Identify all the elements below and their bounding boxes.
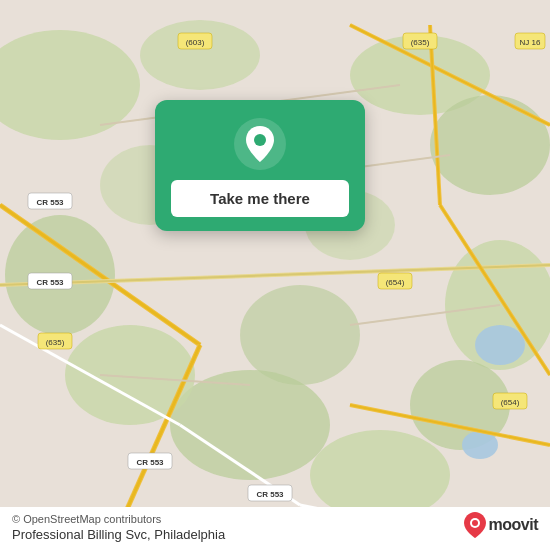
svg-text:CR 553: CR 553 [256,490,284,499]
svg-text:(654): (654) [501,398,520,407]
moovit-logo: moovit [464,512,538,538]
svg-text:(654): (654) [386,278,405,287]
svg-point-8 [170,370,330,480]
svg-point-4 [430,95,550,195]
moovit-pin-icon [464,512,486,538]
svg-text:NJ 16: NJ 16 [520,38,541,47]
location-pin-icon [234,118,286,170]
take-me-there-button[interactable]: Take me there [171,180,349,217]
svg-text:CR 553: CR 553 [36,198,64,207]
svg-text:CR 553: CR 553 [136,458,164,467]
moovit-brand-text: moovit [489,516,538,534]
svg-point-2 [140,20,260,90]
svg-text:(635): (635) [46,338,65,347]
map-background: CR 553 CR 553 CR 553 CR 553 (603) (635) … [0,0,550,550]
map-container[interactable]: CR 553 CR 553 CR 553 CR 553 (603) (635) … [0,0,550,550]
copyright-text: © OpenStreetMap contributors [12,513,538,525]
location-text: Professional Billing Svc, Philadelphia [12,527,538,542]
svg-point-61 [254,134,266,146]
svg-text:(603): (603) [186,38,205,47]
svg-text:CR 553: CR 553 [36,278,64,287]
popup-card: Take me there [155,100,365,231]
svg-point-14 [475,325,525,365]
svg-point-9 [65,325,195,425]
svg-text:(635): (635) [411,38,430,47]
svg-point-13 [240,285,360,385]
svg-point-63 [472,520,478,526]
